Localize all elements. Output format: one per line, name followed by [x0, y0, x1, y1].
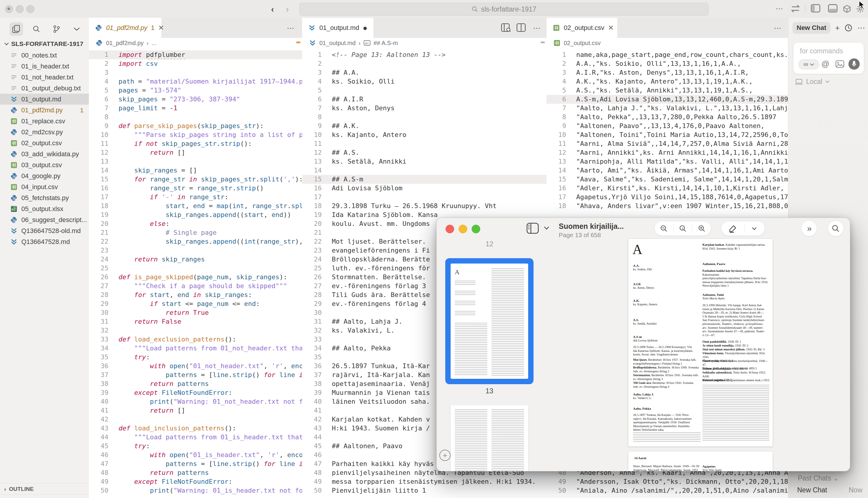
line-number: 2	[89, 59, 119, 68]
code-line: 17 if '-' in range_str:	[89, 193, 302, 201]
tab-02-output-csv[interactable]: 02_output.csv ✕	[546, 18, 618, 38]
code-line: 2	[302, 59, 546, 68]
open-preview-icon[interactable]	[501, 23, 511, 32]
file-item-05_fetchstats.py[interactable]: 05_fetchstats.py	[0, 192, 89, 204]
unsaved-dot-icon[interactable]: ●	[363, 26, 368, 29]
code-line: 3	[89, 68, 302, 77]
voice-mic-button[interactable]	[849, 58, 860, 70]
back-arrow-icon[interactable]: ‹	[271, 4, 274, 14]
tab-01-pdf2md-py[interactable]: 01_pdf2md.py 1 ✕	[89, 18, 162, 38]
line-number: 10	[89, 130, 119, 139]
zoom-window-button[interactable]	[472, 225, 480, 233]
file-item-Q136647528-old.md[interactable]: Q136647528-old.md	[0, 225, 89, 236]
markup-chevron-button[interactable]	[745, 227, 764, 230]
code-line: 8	[89, 113, 302, 121]
local-mode-selector[interactable]: Local	[795, 78, 829, 86]
line-number: 9	[89, 121, 119, 130]
code-line: 7page_limit = -1	[89, 104, 302, 113]
line-number: 14	[89, 166, 119, 175]
chat-input-card[interactable]: for commands ∞ @	[793, 42, 864, 74]
breadcrumb-csv[interactable]: 02_output.csv	[546, 38, 788, 48]
line-number: 36	[302, 362, 332, 370]
minimize-window-button[interactable]	[459, 225, 467, 233]
file-item-04_google.py[interactable]: 04_google.py	[0, 170, 89, 181]
file-item-02_output.csv[interactable]: 02_output.csv	[0, 137, 89, 148]
zoom-window-button[interactable]	[26, 5, 35, 13]
file-item-06_suggest_descript...[interactable]: 06_suggest_descript...	[0, 214, 89, 225]
more-actions-icon[interactable]: ⋯	[776, 4, 784, 13]
line-number: 5	[302, 86, 332, 95]
line-number: 10	[302, 130, 332, 139]
file-item-Q136647528.md[interactable]: Q136647528.md	[0, 236, 89, 247]
close-tab-icon[interactable]: ✕	[608, 24, 614, 32]
actual-size-button[interactable]: 1	[674, 225, 692, 232]
close-tab-icon[interactable]: ✕	[158, 24, 164, 32]
line-number: 4	[546, 77, 576, 86]
explorer-pages-icon[interactable]	[10, 22, 23, 36]
file-item-02_md2csv.py[interactable]: 02_md2csv.py	[0, 127, 89, 137]
zoom-in-button[interactable]	[692, 225, 711, 232]
breadcrumb-python[interactable]: 01_pdf2md.py › ...	[89, 38, 302, 48]
zoom-out-button[interactable]	[655, 225, 673, 232]
line-number: 12	[302, 148, 332, 157]
file-item-01_not_header.txt[interactable]: 01_not_header.txt	[0, 72, 89, 83]
code-line: 15 for range_str in skip_pages_str.split…	[89, 175, 302, 184]
chevron-down-icon[interactable]	[544, 226, 549, 230]
extensions-cube-icon[interactable]	[842, 4, 852, 14]
line-number: 20	[89, 219, 119, 228]
timeline-section[interactable]: › TIMELINE	[0, 495, 89, 498]
python-file-icon	[10, 128, 18, 136]
python-code-editor[interactable]: 1import pdfplumber2import csv34path = "m…	[89, 48, 302, 498]
markup-pencil-button[interactable]	[721, 224, 745, 233]
attach-image-icon[interactable]	[836, 60, 844, 68]
sidebar-more-chevron-icon[interactable]	[70, 22, 83, 36]
file-item-01_replace.csv[interactable]: 01_replace.csv	[0, 116, 89, 127]
scrollbar-mark[interactable]	[541, 41, 545, 43]
timeline-label: TIMELINE	[9, 497, 35, 498]
file-item-03_output.csv[interactable]: 03_output.csv	[0, 159, 89, 170]
mention-at-icon[interactable]: @	[822, 60, 829, 69]
file-item-01_is_header.txt[interactable]: 01_is_header.txt	[0, 61, 89, 72]
toggle-sidebar-icon[interactable]	[811, 4, 820, 12]
past-chats-toggle[interactable]: Past Chats ⌄	[798, 474, 839, 482]
file-item-01_output_debug.txt[interactable]: 01_output_debug.txt	[0, 83, 89, 94]
new-chat-tab[interactable]: New Chat	[792, 22, 830, 34]
editor-actions-more-icon[interactable]: ⋯	[774, 24, 782, 33]
explorer-root-folder[interactable]: SLS-FORFATTARE-1917	[0, 38, 89, 50]
split-editor-icon[interactable]	[516, 23, 526, 32]
chat-more-icon[interactable]: ⋯	[857, 23, 865, 32]
file-item-01_output.md[interactable]: 01_output.md	[0, 94, 89, 105]
file-item-03_add_wikidata.py[interactable]: 03_add_wikidata.py	[0, 148, 89, 159]
editor-actions-more-icon[interactable]: ⋯	[287, 24, 295, 33]
minimize-window-button[interactable]	[16, 5, 24, 13]
command-center-search[interactable]: sls-forfattare-1917	[299, 3, 709, 16]
tab-01-output-md[interactable]: 01_output.md ●	[302, 18, 374, 38]
line-number: 24	[89, 255, 119, 264]
sync-arrows-icon[interactable]	[790, 4, 800, 13]
recent-chat-row[interactable]: New Chat Now	[797, 486, 863, 494]
file-item-00_notes.txt[interactable]: 00_notes.txt	[0, 50, 89, 61]
thumbnail-13-selected[interactable]: A	[445, 258, 533, 384]
toggle-panel-icon[interactable]	[828, 4, 838, 12]
outline-label: OUTLINE	[9, 486, 33, 493]
outline-section[interactable]: › OUTLINE	[0, 483, 89, 495]
preview-search-button[interactable]	[828, 221, 843, 236]
preview-sidebar-toggle[interactable]	[525, 221, 540, 235]
editor-actions-more-icon[interactable]: ⋯	[533, 24, 541, 33]
search-sidebar-icon[interactable]	[30, 22, 43, 36]
history-clock-icon[interactable]	[844, 24, 853, 32]
close-window-button[interactable]	[446, 225, 454, 233]
add-page-button[interactable]: +	[439, 450, 451, 461]
thumbnail-14[interactable]	[451, 405, 528, 471]
breadcrumb-markdown[interactable]: 01_output.md › abc ## A.S-m	[302, 38, 546, 48]
file-item-05_output.xlsx[interactable]: x05_output.xlsx	[0, 204, 89, 214]
model-selector[interactable]: ∞	[798, 59, 819, 70]
close-window-button[interactable]	[5, 5, 13, 13]
source-control-branch-icon[interactable]	[50, 22, 64, 36]
line-number: 15	[302, 175, 332, 184]
forward-arrow-icon[interactable]: ›	[286, 4, 289, 14]
file-item-01_pdf2md.py[interactable]: 01_pdf2md.py1	[0, 105, 89, 116]
more-toolbar-items-button[interactable]: »	[801, 221, 817, 236]
file-item-04_input.csv[interactable]: 04_input.csv	[0, 181, 89, 192]
add-chat-icon[interactable]: +	[835, 23, 840, 32]
